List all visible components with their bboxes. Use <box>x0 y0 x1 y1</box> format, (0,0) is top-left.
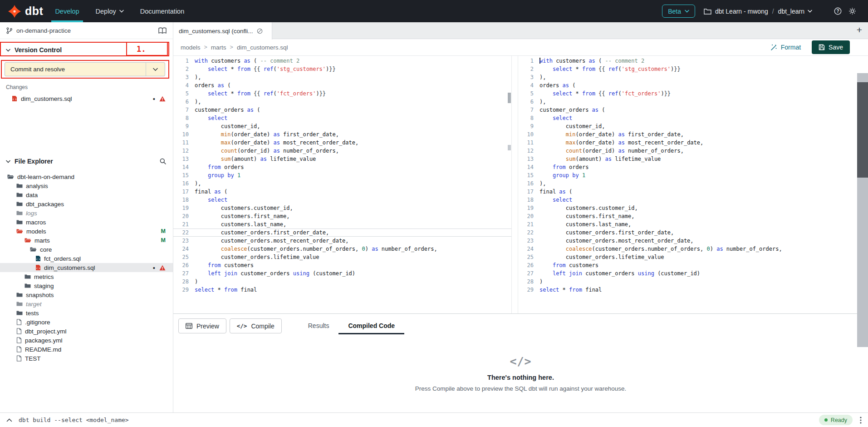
help-icon[interactable]: ? <box>834 7 842 15</box>
tree-item-README.md[interactable]: README.md <box>0 345 173 354</box>
nav-deploy[interactable]: Deploy <box>88 0 132 22</box>
code-line[interactable]: 4orders as ( <box>173 81 511 89</box>
settings-gear-icon[interactable] <box>848 7 856 15</box>
format-button[interactable]: Format <box>770 44 801 51</box>
code-line[interactable]: 13 sum(amount) as lifetime_value <box>173 155 511 163</box>
code-line[interactable]: 12 count(order_id) as number_of_orders, <box>518 147 857 155</box>
code-line[interactable]: 1with customers as ( -- comment 2 <box>518 57 857 65</box>
version-control-header[interactable]: Version Control <box>0 44 173 56</box>
left-pane-scrollbar[interactable] <box>508 56 511 313</box>
code-line[interactable]: 26 from customers <box>518 261 857 269</box>
tree-item-analysis[interactable]: analysis <box>0 181 173 190</box>
code-line[interactable]: 3), <box>173 73 511 81</box>
panel-tab-results[interactable]: Results <box>299 318 339 334</box>
command-input[interactable]: dbt build --select <model_name> <box>19 417 813 423</box>
code-line[interactable]: 25 customer_orders.lifetime_value <box>518 253 857 261</box>
tree-item-staging[interactable]: staging <box>0 281 173 290</box>
tree-item-TEST[interactable]: TEST <box>0 354 173 363</box>
code-line[interactable]: 27 left join customer_orders using (cust… <box>173 269 511 278</box>
tree-item-dbt-learn-on-demand[interactable]: dbt-learn-on-demand <box>0 172 173 181</box>
tree-item-logs[interactable]: logs <box>0 209 173 218</box>
tree-item-marts[interactable]: martsM <box>0 236 173 245</box>
code-line[interactable]: 23 customer_orders.most_recent_order_dat… <box>518 237 857 245</box>
breadcrumb-item[interactable]: dim_customers.sql <box>237 44 288 51</box>
search-icon[interactable] <box>159 158 167 165</box>
account-selector[interactable]: dbt Learn - mwong <box>704 8 768 15</box>
code-line[interactable]: 22 customer_orders.first_order_date, <box>518 228 857 237</box>
code-line[interactable]: 8 select <box>173 114 511 122</box>
tree-item-core[interactable]: core <box>0 245 173 254</box>
code-line[interactable]: 2 select * from {{ ref('stg_customers')}… <box>518 65 857 73</box>
code-line[interactable]: 28) <box>173 278 511 286</box>
code-line[interactable]: 11 max(order_date) as most_recent_order_… <box>173 139 511 147</box>
code-line[interactable]: 29select * from final <box>173 286 511 294</box>
code-line[interactable]: 24 coalesce(customer_orders.number_of_or… <box>173 245 511 253</box>
tree-item-target[interactable]: target <box>0 299 173 308</box>
code-line[interactable]: 14 from orders <box>518 163 857 171</box>
changed-file-dim_customers.sql[interactable]: dim_customers.sql• <box>0 93 173 104</box>
editor-scrollbar[interactable] <box>857 73 868 347</box>
docs-book-icon[interactable] <box>158 27 167 34</box>
code-line[interactable]: 4orders as ( <box>518 81 857 89</box>
code-line[interactable]: 2 select * from {{ ref('stg_customers')}… <box>173 65 511 73</box>
code-line[interactable]: 9 customer_id, <box>518 122 857 130</box>
tree-item-snapshots[interactable]: snapshots <box>0 290 173 299</box>
commit-options-chevron-icon[interactable] <box>146 63 165 76</box>
new-tab-icon[interactable]: + <box>857 25 862 35</box>
code-line[interactable]: 23 customer_orders.most_recent_order_dat… <box>173 237 511 245</box>
breadcrumb-item[interactable]: marts <box>211 44 226 51</box>
kebab-menu-icon[interactable] <box>860 417 862 424</box>
nav-develop[interactable]: Develop <box>47 0 87 22</box>
code-line[interactable]: 6), <box>173 98 511 106</box>
code-line[interactable]: 17final as ( <box>518 188 857 196</box>
tree-item-metrics[interactable]: metrics <box>0 272 173 281</box>
commit-and-resolve-button[interactable]: Commit and resolve <box>5 62 165 76</box>
tree-item-tests[interactable]: tests <box>0 308 173 318</box>
code-line[interactable]: 18 select <box>173 196 511 204</box>
editor-pane-left[interactable]: 1with customers as ( -- comment 22 selec… <box>173 56 512 313</box>
code-line[interactable]: 21 customers.last_name, <box>173 220 511 228</box>
code-line[interactable]: 19 customers.customer_id, <box>173 204 511 212</box>
tree-item-.gitignore[interactable]: .gitignore <box>0 318 173 327</box>
brand[interactable]: dbt <box>8 5 43 18</box>
code-line[interactable]: 5 select * from {{ ref('fct_orders')}} <box>173 89 511 98</box>
tree-item-fct_orders.sql[interactable]: fct_orders.sql <box>0 254 173 263</box>
scrollbar-thumb[interactable] <box>508 93 511 103</box>
code-line[interactable]: 12 count(order_id) as number_of_orders, <box>173 147 511 155</box>
code-line[interactable]: 15 group by 1 <box>173 171 511 179</box>
code-line[interactable]: 26 from customers <box>173 261 511 269</box>
code-line[interactable]: 24 coalesce(customer_orders.number_of_or… <box>518 245 857 253</box>
nav-documentation[interactable]: Documentation <box>132 0 193 22</box>
code-line[interactable]: 14 from orders <box>173 163 511 171</box>
code-line[interactable]: 16), <box>518 179 857 188</box>
code-line[interactable]: 21 customers.last_name, <box>518 220 857 228</box>
code-line[interactable]: 15 group by 1 <box>518 171 857 179</box>
save-button[interactable]: Save <box>812 40 850 54</box>
git-branch-strip[interactable]: on-demand-practice <box>0 22 173 39</box>
tree-item-dbt_project.yml[interactable]: dbt_project.yml <box>0 327 173 336</box>
beta-dropdown[interactable]: Beta <box>662 5 695 18</box>
code-line[interactable]: 8 select <box>518 114 857 122</box>
breadcrumb-item[interactable]: models <box>181 44 201 51</box>
tree-item-data[interactable]: data <box>0 190 173 199</box>
code-line[interactable]: 29select * from final <box>518 286 857 294</box>
preview-button[interactable]: Preview <box>178 318 226 333</box>
code-line[interactable]: 5 select * from {{ ref('fct_orders')}} <box>518 89 857 98</box>
code-line[interactable]: 16), <box>173 179 511 188</box>
tree-item-dim_customers.sql[interactable]: dim_customers.sql• <box>0 263 173 272</box>
project-dropdown[interactable]: dbt_learn <box>778 8 812 15</box>
compile-button[interactable]: </> Compile <box>230 318 282 333</box>
code-line[interactable]: 25 customer_orders.lifetime_value <box>173 253 511 261</box>
code-line[interactable]: 6), <box>518 98 857 106</box>
tree-item-models[interactable]: modelsM <box>0 227 173 236</box>
code-line[interactable]: 20 customers.first_name, <box>518 212 857 220</box>
code-line[interactable]: 20 customers.first_name, <box>173 212 511 220</box>
editor-pane-right[interactable]: 1with customers as ( -- comment 22 selec… <box>518 56 857 313</box>
code-line[interactable]: 13 sum(amount) as lifetime_value <box>518 155 857 163</box>
code-line[interactable]: 7customer_orders as ( <box>173 106 511 114</box>
code-line[interactable]: 10 min(order_date) as first_order_date, <box>518 130 857 139</box>
code-line[interactable]: 18 select <box>518 196 857 204</box>
expand-panel-chevron-icon[interactable] <box>6 418 12 422</box>
tree-item-dbt_packages[interactable]: dbt_packages <box>0 199 173 209</box>
panel-tab-compiled-code[interactable]: Compiled Code <box>338 318 404 334</box>
